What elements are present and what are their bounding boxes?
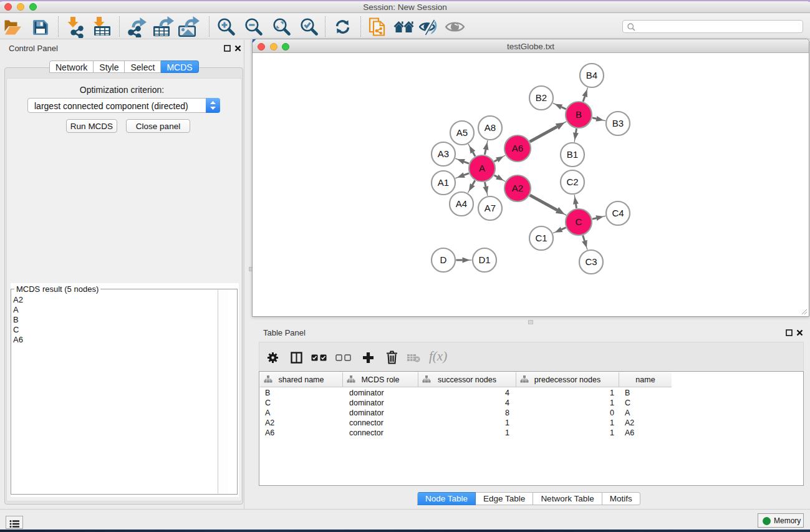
svg-text:C2: C2 xyxy=(566,177,578,187)
svg-text:A3: A3 xyxy=(438,148,449,159)
svg-text:A2: A2 xyxy=(512,183,523,193)
svg-text:C4: C4 xyxy=(612,208,624,218)
svg-text:B1: B1 xyxy=(567,149,578,160)
svg-text:B4: B4 xyxy=(586,70,597,80)
svg-text:A7: A7 xyxy=(485,203,496,213)
svg-text:A1: A1 xyxy=(438,177,449,188)
svg-text:B3: B3 xyxy=(612,118,624,128)
svg-text:A: A xyxy=(479,163,485,173)
svg-text:C: C xyxy=(576,216,582,227)
svg-text:A4: A4 xyxy=(456,198,467,209)
svg-text:D: D xyxy=(440,254,447,265)
svg-text:B: B xyxy=(576,109,582,120)
svg-text:C1: C1 xyxy=(535,233,547,243)
svg-text:A6: A6 xyxy=(512,143,523,153)
svg-text:B2: B2 xyxy=(536,92,547,103)
svg-text:C3: C3 xyxy=(585,256,597,267)
svg-text:A8: A8 xyxy=(485,122,496,133)
svg-text:A5: A5 xyxy=(456,127,468,138)
svg-text:D1: D1 xyxy=(478,254,490,265)
